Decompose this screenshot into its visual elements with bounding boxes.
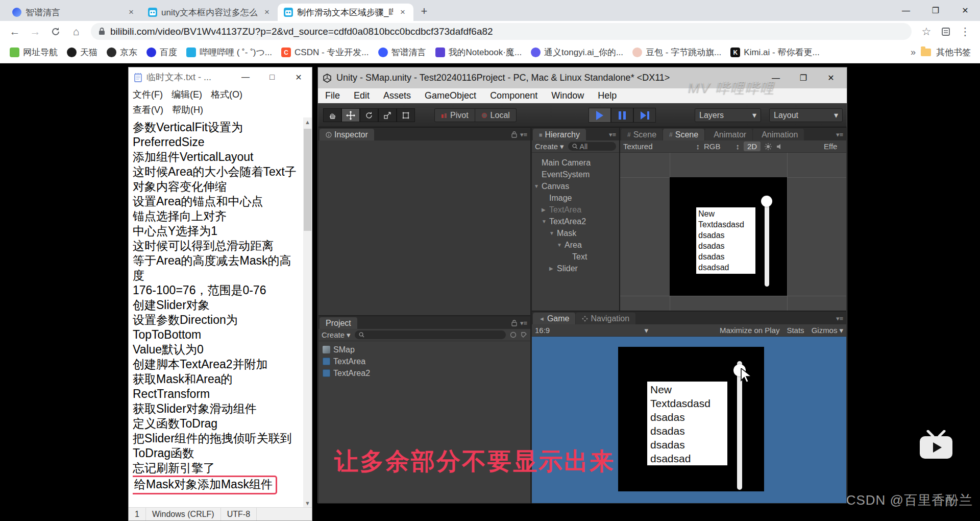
project-item[interactable]: SMap [318,344,530,356]
tab-close-icon[interactable]: × [126,7,137,18]
unity-maximize-button[interactable]: ❐ [792,69,815,87]
scale-tool-button[interactable] [378,108,397,122]
rgb-dropdown[interactable]: RGB↕ [704,142,740,151]
scroll-up-icon[interactable]: ▲ [303,117,312,126]
bookmark[interactable]: 网址导航 [5,44,62,61]
hierarchy-item[interactable]: Image [532,192,619,204]
bookmarks-overflow-icon[interactable]: » [911,47,916,58]
scene-tab[interactable]: Animator [705,129,752,140]
project-item[interactable]: TextArea [318,356,530,367]
panel-menu-icon[interactable]: ▾≡ [609,131,616,138]
local-toggle-button[interactable]: Local [475,108,517,122]
notepad-maximize-button[interactable]: □ [261,69,283,85]
browser-tab[interactable]: unity文本框内容过多怎么设置滑 × [142,4,278,21]
project-item[interactable]: TextArea2 [318,367,530,379]
bookmark-star-icon[interactable]: ☆ [918,23,935,40]
other-bookmarks-label[interactable]: 其他书签 [936,46,971,58]
panel-menu-icon[interactable]: ▾≡ [520,131,527,138]
forward-icon[interactable]: → [27,23,44,40]
bookmark[interactable]: C CSDN - 专业开发... [277,44,373,61]
project-create-dropdown[interactable]: Create▾ [322,330,351,340]
foldout-arrow-icon[interactable]: ▶ [542,207,549,212]
foldout-arrow-icon[interactable]: ▼ [542,219,549,224]
game-view[interactable]: NewTextdasdasddsadasdsadasdsadasdsadsad [532,337,846,503]
bookmark[interactable]: 我的Notebook·魔... [431,44,527,61]
minimize-button[interactable]: — [891,0,921,21]
aspect-ratio-dropdown[interactable]: 16:9▾ [535,326,648,335]
scene-tab[interactable]: Animation [753,129,804,140]
notepad-scrollbar[interactable]: ▲ ▼ [303,117,312,507]
pivot-toggle-button[interactable]: Pivot [434,108,475,122]
notepad-minimize-button[interactable]: — [234,69,257,85]
extension-icon[interactable] [937,23,954,40]
bookmark[interactable]: 通义tongyi.ai_你的... [526,44,628,61]
unity-menu-item[interactable]: File [325,90,340,101]
unity-menu-item[interactable]: Window [551,90,584,101]
step-button[interactable] [633,108,656,123]
unity-menu-item[interactable]: Help [598,90,617,101]
label-filter-icon[interactable] [521,331,527,338]
play-button[interactable] [589,108,611,123]
hierarchy-item[interactable]: ▼ Mask [532,227,619,239]
unity-close-button[interactable]: ✕ [819,69,843,87]
scroll-down-icon[interactable]: ▼ [303,499,312,507]
home-icon[interactable]: ⌂ [67,23,85,40]
bookmark[interactable]: 哔哩哔哩 ( ˚- ˚)つ... [182,44,277,61]
video-player[interactable]: 临时文本.txt - ... — □ ✕ 文件(F)编辑(E)格式(O)查看(V… [0,63,980,521]
hierarchy-item[interactable]: ▶ TextArea [532,204,619,216]
scene-view[interactable]: NewTextdasdasddsadasdsadasdsadasdsadsad [620,153,846,311]
tab-game[interactable]: ◄ Game [533,313,575,324]
2d-toggle-button[interactable]: 2D [744,141,761,151]
audio-toggle-icon[interactable] [776,143,783,150]
lighting-toggle-icon[interactable] [765,143,772,150]
hierarchy-item[interactable]: ▼ TextArea2 [532,216,619,227]
notepad-close-button[interactable]: ✕ [287,69,310,85]
effects-dropdown[interactable]: Effe [824,142,843,151]
unity-menu-item[interactable]: Edit [354,90,370,101]
notepad-menu-item[interactable]: 文件(F) [133,87,167,102]
star-filter-icon[interactable] [510,331,517,338]
hierarchy-item[interactable]: EventSystem [532,169,619,180]
foldout-arrow-icon[interactable]: ▼ [534,183,542,189]
scene-tab[interactable]: # Scene [663,129,704,140]
foldout-arrow-icon[interactable]: ▶ [549,266,557,271]
notepad-menu-item[interactable]: 格式(O) [211,87,247,102]
back-icon[interactable]: ← [6,23,23,40]
tab-inspector[interactable]: Inspector [320,129,374,140]
rect-tool-button[interactable] [397,108,415,122]
notepad-menu-item[interactable]: 编辑(E) [172,87,207,102]
panel-menu-icon[interactable]: ▾≡ [520,319,527,327]
tab-close-icon[interactable]: × [397,7,408,18]
move-tool-button[interactable] [341,108,360,122]
browser-tab[interactable]: 制作滑动文本区域步骤_哔哩哔... × [278,4,413,21]
bookmark[interactable]: 豆包 - 字节跳动旗... [628,44,726,61]
bookmark[interactable]: 百度 [142,44,182,61]
tab-project[interactable]: Project [320,317,357,329]
bookmark[interactable]: 京东 [102,44,142,61]
hierarchy-search-input[interactable]: All [568,142,616,151]
layers-dropdown[interactable]: Layers▾ [695,108,761,122]
notepad-menu-item[interactable]: 查看(V) [133,102,168,117]
pause-button[interactable] [611,108,633,123]
hierarchy-item[interactable]: ▼ Area [532,239,619,251]
hierarchy-item[interactable]: ▶ Slider [532,263,619,274]
tab-hierarchy[interactable]: ≡ Hierarchy [533,129,586,140]
hand-tool-button[interactable] [323,108,341,122]
bookmark[interactable]: K Kimi.ai - 帮你看更... [726,44,824,61]
bookmark[interactable]: 智谱清言 [374,44,431,61]
hierarchy-item[interactable]: ▼ Canvas [532,180,619,192]
hierarchy-item[interactable]: Main Camera [532,157,619,169]
lock-icon[interactable] [511,131,517,138]
address-bar[interactable]: bilibili.com/video/BV1Wv41137ZU?p=2&vd_s… [91,23,912,40]
tab-close-icon[interactable]: × [261,7,273,18]
unity-menu-item[interactable]: GameObject [425,90,476,101]
notepad-text[interactable]: 参数VerticalFit设置为PreferredSize添加组件Vertica… [129,117,303,507]
foldout-arrow-icon[interactable]: ▼ [549,230,557,236]
kebab-menu-icon[interactable]: ⋮ [957,23,974,40]
bookmark[interactable]: 天猫 [62,44,102,61]
stats-button[interactable]: Stats [787,326,804,335]
close-button[interactable]: ✕ [950,0,980,21]
notepad-titlebar[interactable]: 临时文本.txt - ... — □ ✕ [129,67,312,87]
panel-menu-icon[interactable]: ▾≡ [836,131,843,138]
unity-menu-item[interactable]: Assets [383,90,411,101]
